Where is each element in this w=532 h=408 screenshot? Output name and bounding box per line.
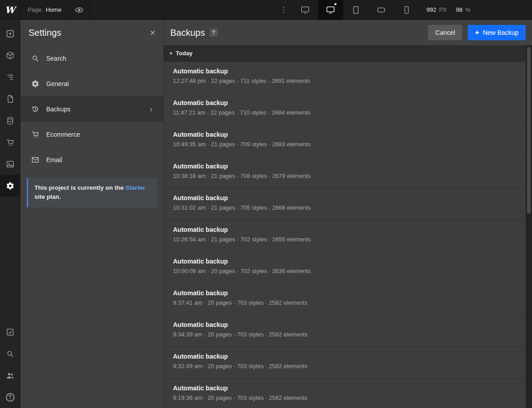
group-header-today[interactable]: ▾ Today xyxy=(164,45,526,62)
backup-meta: 10:31:02 am · 21 pages · 705 styles · 26… xyxy=(173,204,517,211)
backup-title: Automatic backup xyxy=(173,67,517,75)
backup-item[interactable]: Automatic backup 9:37:41 am · 20 pages ·… xyxy=(164,283,526,315)
backup-item[interactable]: Automatic backup 10:49:35 am · 21 pages … xyxy=(164,125,526,157)
audit-button[interactable] xyxy=(0,321,20,343)
backup-meta: 10:26:54 am · 21 pages · 702 styles · 26… xyxy=(173,236,517,243)
backup-item[interactable]: Automatic backup 10:26:54 am · 21 pages … xyxy=(164,220,526,252)
backup-meta: 10:00:09 am · 20 pages · 702 styles · 26… xyxy=(173,268,517,274)
cms-button[interactable] xyxy=(0,110,20,131)
cancel-button[interactable]: Cancel xyxy=(428,25,462,40)
plan-notice-text: This project is currently on the xyxy=(34,184,125,191)
settings-item-label: Search xyxy=(46,55,66,62)
search-icon xyxy=(31,54,39,62)
backup-title: Automatic backup xyxy=(173,226,517,233)
add-elements-button[interactable] xyxy=(0,23,20,44)
device-phone-portrait-button[interactable] xyxy=(394,0,419,19)
navigator-button[interactable] xyxy=(0,66,20,88)
backup-item[interactable]: Automatic backup 10:38:18 am · 21 pages … xyxy=(164,157,526,188)
settings-item-ecommerce[interactable]: Ecommerce xyxy=(20,121,163,147)
phone-landscape-icon xyxy=(377,5,386,14)
top-bar: W Page: Home ⋮ ★ xyxy=(0,0,532,20)
canvas-settings-menu-button[interactable]: ⋮ xyxy=(274,0,292,19)
backup-meta: 10:49:35 am · 21 pages · 709 styles · 26… xyxy=(173,141,517,148)
help-badge[interactable]: ? xyxy=(210,29,218,37)
envelope-icon xyxy=(31,156,39,164)
backup-title: Automatic backup xyxy=(173,289,517,297)
settings-item-search[interactable]: Search xyxy=(20,45,163,71)
backup-meta: 12:27:48 pm · 22 pages · 711 styles · 26… xyxy=(173,77,517,84)
chevron-right-icon: › xyxy=(150,105,153,113)
backup-meta: 9:19:36 am · 20 pages · 703 styles · 258… xyxy=(173,394,517,401)
settings-item-label: Backups xyxy=(46,106,71,113)
backup-item[interactable]: Automatic backup 10:31:02 am · 21 pages … xyxy=(164,188,526,220)
caret-down-icon: ▾ xyxy=(170,51,172,56)
backup-title: Automatic backup xyxy=(173,258,517,265)
device-desktop-base-button[interactable]: ★ xyxy=(318,0,343,19)
canvas-width-unit: PX xyxy=(439,6,447,13)
phone-portrait-icon xyxy=(402,5,411,14)
page-selector-value: Home xyxy=(46,6,62,13)
settings-panel-title: Settings xyxy=(29,28,61,38)
search-icon xyxy=(6,350,14,358)
backup-title: Automatic backup xyxy=(173,194,517,202)
preview-button[interactable] xyxy=(69,0,90,19)
settings-item-backups[interactable]: Backups › xyxy=(20,96,163,121)
zoom-value[interactable]: 98 xyxy=(456,6,462,13)
page-title: Backups xyxy=(170,28,205,38)
navigator-layers-icon xyxy=(6,73,14,82)
settings-panel-header: Settings × xyxy=(20,20,163,45)
settings-item-general[interactable]: General xyxy=(20,71,163,96)
site-plan-notice: This project is currently on the Starter… xyxy=(27,178,157,207)
zoom-unit: % xyxy=(465,6,470,13)
settings-item-email[interactable]: Email xyxy=(20,147,163,172)
plan-notice-text: site plan. xyxy=(34,193,61,200)
breakpoint-bar: ⋮ ★ xyxy=(274,0,532,19)
collaborators-button[interactable] xyxy=(0,365,20,386)
plus-icon: + xyxy=(475,29,479,36)
canvas-size-info: 992 PX 98 % xyxy=(419,0,478,19)
backup-item[interactable]: Automatic backup 12:27:48 pm · 22 pages … xyxy=(164,62,526,93)
desktop-large-icon xyxy=(301,5,310,14)
backup-item[interactable]: Automatic backup 9:19:36 am · 20 pages ·… xyxy=(164,379,526,408)
users-icon xyxy=(6,371,14,380)
backup-item[interactable]: Automatic backup 9:32:49 am · 20 pages ·… xyxy=(164,347,526,379)
device-desktop-large-button[interactable] xyxy=(292,0,318,19)
backup-meta: 9:37:41 am · 20 pages · 703 styles · 258… xyxy=(173,299,517,306)
backup-item[interactable]: Automatic backup 10:00:09 am · 20 pages … xyxy=(164,252,526,283)
scrollbar-thumb[interactable] xyxy=(527,47,531,214)
new-backup-label: New Backup xyxy=(483,29,518,36)
canvas-width-value[interactable]: 992 xyxy=(427,6,436,13)
backup-item[interactable]: Automatic backup 11:47:21 am · 22 pages … xyxy=(164,93,526,125)
device-tablet-button[interactable] xyxy=(343,0,369,19)
backup-meta: 10:38:18 am · 21 pages · 708 styles · 26… xyxy=(173,173,517,179)
webflow-designer: W Page: Home ⋮ ★ xyxy=(0,0,532,408)
page-selector[interactable]: Page: Home xyxy=(20,0,69,19)
gear-icon xyxy=(31,80,39,88)
backup-item[interactable]: Automatic backup 9:34:39 am · 20 pages ·… xyxy=(164,315,526,347)
default-breakpoint-star-icon: ★ xyxy=(334,2,337,6)
assets-button[interactable] xyxy=(0,153,20,175)
webflow-logo[interactable]: W xyxy=(0,0,20,19)
device-phone-landscape-button[interactable] xyxy=(369,0,394,19)
plan-name-link[interactable]: Starter xyxy=(125,184,145,191)
components-button[interactable] xyxy=(0,44,20,66)
pages-button[interactable] xyxy=(0,88,20,110)
backup-meta: 9:32:49 am · 20 pages · 703 styles · 258… xyxy=(173,363,517,370)
backups-header: Backups ? Cancel + New Backup xyxy=(164,20,532,45)
ecommerce-button[interactable] xyxy=(0,131,20,153)
settings-button[interactable] xyxy=(0,175,20,197)
backup-list: ▾ Today Automatic backup 12:27:48 pm · 2… xyxy=(164,45,526,408)
close-settings-button[interactable]: × xyxy=(150,28,155,37)
scrollbar-track[interactable] xyxy=(526,45,532,408)
toolbar-spacer xyxy=(0,197,20,321)
eye-icon xyxy=(75,5,84,14)
help-button[interactable]: ? xyxy=(0,386,20,408)
new-backup-button[interactable]: + New Backup xyxy=(468,25,526,40)
header-actions: Cancel + New Backup xyxy=(428,25,526,40)
cube-icon xyxy=(6,51,14,60)
quick-find-button[interactable] xyxy=(0,343,20,365)
backups-content: Backups ? Cancel + New Backup ▾ Today xyxy=(164,20,532,408)
backups-body: ▾ Today Automatic backup 12:27:48 pm · 2… xyxy=(164,45,532,408)
settings-item-label: Email xyxy=(46,156,62,163)
cart-icon xyxy=(6,138,14,147)
